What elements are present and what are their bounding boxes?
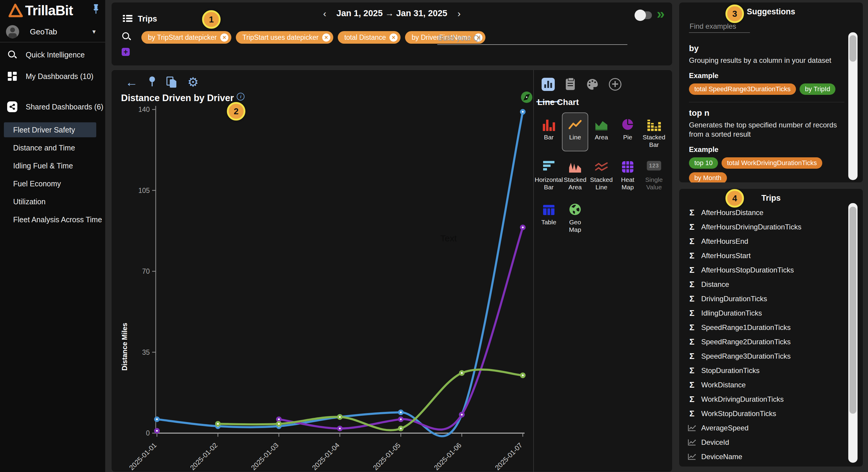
field-row[interactable]: AverageSpeed: [679, 421, 840, 435]
scrollbar[interactable]: [848, 203, 858, 463]
next-date-button[interactable]: ›: [457, 9, 461, 18]
field-row[interactable]: ΣIdlingDurationTicks: [679, 306, 840, 320]
chart-type-area[interactable]: Area: [588, 113, 615, 151]
sidebar-item-quick-intelligence[interactable]: Quick Intelligence: [0, 47, 105, 63]
field-row[interactable]: ΣDistance: [679, 277, 840, 292]
dataset-menu-icon[interactable]: [123, 14, 132, 23]
chart-type-stacked-bar[interactable]: Stacked Bar: [641, 113, 667, 151]
filter-chip[interactable]: by TripStart datepicker ✕: [142, 31, 231, 44]
example-chip[interactable]: total WorkDrivingDurationTicks: [721, 157, 822, 169]
tab-chart-type[interactable]: [541, 78, 555, 91]
field-row[interactable]: ΣSpeedRange3DurationTicks: [679, 349, 840, 363]
annotation-badge-2: 2: [227, 102, 245, 121]
pin-icon[interactable]: [92, 4, 100, 16]
dashboard-grid-icon: [8, 72, 17, 81]
date-range-label[interactable]: Jan 1, 2025 → Jan 31, 2025: [337, 8, 447, 18]
field-row[interactable]: ΣAfterHoursDrivingDurationTicks: [679, 220, 840, 234]
heat-map-icon: [621, 160, 634, 174]
dashboard-item-fuel-economy[interactable]: Fuel Economy: [0, 175, 105, 193]
chart-text-annotation[interactable]: Text: [440, 233, 457, 243]
scrollbar-thumb[interactable]: [849, 207, 856, 414]
sigma-icon: Σ: [689, 381, 695, 389]
example-chip[interactable]: by TripId: [800, 84, 835, 95]
single-value-icon: 123: [647, 161, 661, 171]
field-list: ΣAfterHoursDistance ΣAfterHoursDrivingDu…: [679, 206, 840, 464]
close-icon[interactable]: ✕: [390, 33, 398, 41]
dashboard-item-idling-fuel-time[interactable]: Idling Fuel & Time: [0, 157, 105, 175]
sigma-icon: Σ: [689, 252, 695, 260]
line-chart-canvas[interactable]: 035701051402025-01-012025-01-022025-01-0…: [112, 70, 533, 472]
dashboard-item-fleet-driver-safety[interactable]: Fleet Driver Safety: [4, 122, 96, 137]
svg-text:2025-01-07: 2025-01-07: [494, 441, 524, 472]
dashboard-item-distance-and-time[interactable]: Distance and Time: [0, 139, 105, 157]
filter-chip[interactable]: TripStart uses datepicker ✕: [236, 31, 333, 44]
field-row[interactable]: ΣSpeedRange2DurationTicks: [679, 335, 840, 349]
field-row[interactable]: ΣAfterHoursEnd: [679, 234, 840, 248]
tab-style[interactable]: [586, 78, 599, 91]
chart-type-pie[interactable]: Pie: [615, 113, 641, 151]
toggle-knob: [634, 9, 646, 21]
field-row[interactable]: ΣAfterHoursDistance: [679, 206, 840, 220]
sidebar-item-label: Shared Dashboards (6): [26, 102, 103, 111]
query-builder-input[interactable]: [437, 32, 627, 45]
account-selector[interactable]: GeoTab ▾: [6, 25, 99, 38]
chart-type-geo-map[interactable]: Geo Map: [562, 198, 588, 236]
close-icon[interactable]: ✕: [220, 33, 228, 41]
field-row[interactable]: ΣAfterHoursStart: [679, 248, 840, 263]
sigma-icon: Σ: [689, 410, 695, 418]
find-examples-input[interactable]: [689, 20, 750, 33]
suggestions-panel: Suggestions by Grouping results by a col…: [679, 2, 863, 183]
example-chip[interactable]: top 10: [689, 157, 718, 169]
scrollbar[interactable]: [848, 32, 858, 180]
field-row[interactable]: ΣAfterHoursStopDurationTicks: [679, 263, 840, 277]
dashboard-item-fleet-analysis[interactable]: Fleet Analysis Across Time: [0, 211, 105, 229]
add-filter-button[interactable]: +: [122, 48, 130, 56]
sigma-icon: Σ: [689, 366, 695, 375]
date-range-nav: ‹ Jan 1, 2025 → Jan 31, 2025 ›: [323, 8, 461, 18]
chart-type-stacked-line[interactable]: Stacked Line: [588, 155, 615, 194]
sigma-icon: Σ: [689, 295, 695, 303]
dashboard-item-utilization[interactable]: Utilization: [0, 193, 105, 211]
field-row[interactable]: ΣStopDurationTicks: [679, 363, 840, 378]
dashboard-item-label: Fuel Economy: [13, 179, 61, 188]
clipboard-icon: [566, 79, 575, 90]
collapse-panel-icon[interactable]: »: [657, 5, 665, 22]
filter-chip[interactable]: total Distance ✕: [338, 31, 401, 44]
toolbar-toggle[interactable]: [636, 11, 652, 19]
field-row[interactable]: ΣWorkDistance: [679, 378, 840, 392]
field-row[interactable]: ΣDrivingDurationTicks: [679, 292, 840, 306]
svg-text:2025-01-01: 2025-01-01: [128, 441, 158, 472]
svg-text:2025-01-02: 2025-01-02: [189, 441, 219, 472]
chart-type-horizontal-bar[interactable]: Horizontal Bar: [536, 155, 562, 194]
close-icon[interactable]: ✕: [322, 33, 330, 41]
globe-icon: [568, 203, 582, 216]
sidebar-item-shared-dashboards[interactable]: Shared Dashboards (6): [0, 99, 105, 115]
tab-add[interactable]: [609, 78, 622, 91]
field-row[interactable]: DeviceName: [679, 449, 840, 464]
chart-type-table[interactable]: Table: [536, 198, 562, 236]
field-row[interactable]: ΣSpeedRange1DurationTicks: [679, 320, 840, 335]
sidebar-item-label: My Dashboards (10): [26, 72, 93, 81]
field-row[interactable]: ΣWorkStopDurationTicks: [679, 407, 840, 421]
dashboard-list: Fleet Driver Safety Distance and Time Id…: [0, 121, 105, 229]
chart-type-stacked-area[interactable]: Stacked Area: [562, 155, 588, 194]
filter-search-icon[interactable]: [122, 32, 131, 41]
field-row[interactable]: ΣWorkDrivingDurationTicks: [679, 392, 840, 407]
field-row[interactable]: DeviceId: [679, 435, 840, 449]
chart-type-heat-map[interactable]: Heat Map: [615, 155, 641, 194]
example-label: Example: [689, 71, 844, 80]
chart-type-line[interactable]: Line: [562, 113, 588, 151]
suggestion-description: Grouping results by a column in your dat…: [689, 56, 844, 65]
tab-details[interactable]: [564, 78, 577, 91]
app-logo[interactable]: TrillaBit: [7, 2, 73, 19]
example-chip[interactable]: total SpeedRange3DurationTicks: [689, 84, 796, 95]
chart-type-bar[interactable]: Bar: [536, 113, 562, 151]
dashboard-item-label: Fleet Driver Safety: [13, 126, 75, 134]
sidebar-item-my-dashboards[interactable]: My Dashboards (10): [0, 68, 105, 84]
prev-date-button[interactable]: ‹: [323, 9, 327, 18]
scrollbar-thumb[interactable]: [849, 35, 856, 62]
filter-chip-label: TripStart uses datepicker: [242, 33, 319, 41]
sigma-icon: Σ: [689, 266, 695, 274]
search-icon: [7, 50, 17, 60]
example-chip[interactable]: by Month: [689, 172, 727, 183]
